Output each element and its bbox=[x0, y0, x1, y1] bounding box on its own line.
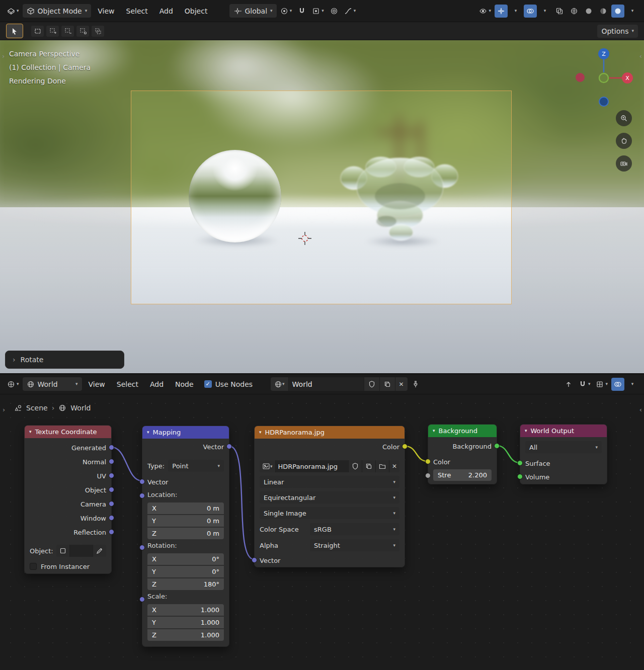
gizmo-y-ball[interactable] bbox=[599, 73, 608, 82]
gizmo-neg-z-ball[interactable] bbox=[599, 97, 608, 106]
camera-view-button[interactable] bbox=[616, 155, 632, 172]
node-background[interactable]: ▾ Background Background Color Stre 2.200 bbox=[428, 424, 497, 484]
eyedropper-button[interactable] bbox=[93, 545, 106, 557]
socket-out-normal[interactable] bbox=[109, 459, 114, 464]
menu-select[interactable]: Select bbox=[121, 5, 153, 18]
world-browse-button[interactable]: ▾ bbox=[271, 377, 289, 391]
glass-monkey-object[interactable] bbox=[327, 146, 468, 267]
node-overlays-dropdown[interactable]: ▾ bbox=[626, 378, 639, 391]
node-menu-view[interactable]: View bbox=[84, 378, 110, 391]
new-copy-button[interactable] bbox=[380, 377, 395, 391]
socket-in-color[interactable] bbox=[425, 459, 431, 464]
menu-object[interactable]: Object bbox=[180, 5, 213, 18]
collapse-chevron-icon[interactable]: ▾ bbox=[147, 430, 149, 435]
socket-out-uv[interactable] bbox=[109, 473, 114, 478]
from-instancer-checkbox[interactable] bbox=[30, 563, 37, 570]
socket-out-color[interactable] bbox=[402, 444, 408, 449]
frame-parent-button[interactable] bbox=[562, 378, 575, 391]
proportional-falloff-button[interactable]: ▾ bbox=[342, 5, 358, 18]
snap-toggle-button[interactable] bbox=[295, 5, 308, 18]
node-menu-node[interactable]: Node bbox=[170, 378, 199, 391]
link-mapping-to-texture[interactable] bbox=[229, 446, 254, 559]
gizmos-toggle-button[interactable] bbox=[495, 5, 508, 18]
node-overlays-toggle[interactable] bbox=[611, 378, 624, 391]
location-z-slider[interactable]: Z0 m bbox=[147, 528, 224, 539]
collapse-chevron-icon[interactable]: ▾ bbox=[525, 429, 527, 433]
proportional-editing-button[interactable] bbox=[328, 5, 341, 18]
shading-dropdown[interactable]: ▾ bbox=[626, 5, 639, 18]
node-editor[interactable]: › ‹ Scene › World ▾ Texture Coordinate G… bbox=[0, 395, 644, 670]
use-nodes-checkbox[interactable]: ✓ bbox=[204, 380, 212, 388]
location-y-slider[interactable]: Y0 m bbox=[147, 515, 224, 527]
from-instancer-row[interactable]: From Instancer bbox=[25, 560, 111, 573]
interpolation-dropdown[interactable]: Linear▾ bbox=[260, 476, 399, 488]
rotation-z-slider[interactable]: Z180° bbox=[147, 578, 224, 590]
socket-in-location[interactable] bbox=[139, 493, 145, 498]
options-dropdown[interactable]: Options ▾ bbox=[597, 25, 638, 38]
node-header[interactable]: ▾ World Output bbox=[520, 425, 607, 437]
region-toggle-right[interactable]: ‹ bbox=[639, 52, 642, 60]
socket-out-reflection[interactable] bbox=[109, 529, 114, 535]
strength-slider[interactable]: Stre 2.200 bbox=[433, 469, 492, 481]
image-copy-button[interactable] bbox=[362, 460, 376, 472]
node-header[interactable]: ▾ Background bbox=[428, 425, 497, 437]
source-dropdown[interactable]: Single Image▾ bbox=[260, 507, 399, 519]
navigation-gizmo[interactable]: Z X bbox=[569, 40, 644, 111]
projection-dropdown[interactable]: Equirectangular▾ bbox=[260, 491, 399, 504]
editor-type-button[interactable]: ▾ bbox=[5, 5, 21, 18]
socket-in-vector[interactable] bbox=[252, 557, 257, 563]
visibility-dropdown-button[interactable]: ▾ bbox=[477, 5, 493, 18]
node-mapping[interactable]: ▾ Mapping Vector Type: Point ▾ Vector Lo… bbox=[142, 426, 229, 647]
mode-dropdown[interactable]: Object Mode ▾ bbox=[23, 4, 92, 18]
select-mode-extend-button[interactable] bbox=[46, 26, 59, 37]
pin-button[interactable] bbox=[409, 378, 422, 391]
socket-out-background[interactable] bbox=[494, 443, 500, 449]
pivot-point-button[interactable]: ▾ bbox=[278, 5, 294, 18]
active-tool-button[interactable] bbox=[6, 24, 23, 38]
link-color-to-background[interactable] bbox=[405, 446, 428, 461]
fake-user-button[interactable] bbox=[364, 377, 380, 391]
image-browse-button[interactable]: ▾ bbox=[260, 460, 276, 472]
region-toggle-left[interactable]: › bbox=[2, 52, 5, 60]
select-mode-set-button[interactable] bbox=[31, 26, 44, 37]
pan-button[interactable] bbox=[616, 133, 632, 149]
shader-editor-type-button[interactable]: ▾ bbox=[5, 378, 21, 391]
scale-y-slider[interactable]: Y1.000 bbox=[147, 617, 224, 628]
rotation-x-slider[interactable]: X0° bbox=[147, 553, 224, 565]
node-environment-texture[interactable]: ▾ HDRPanorama.jpg Color ▾ HDRPanorama.jp… bbox=[254, 426, 405, 567]
socket-out-object[interactable] bbox=[109, 487, 114, 492]
node-header[interactable]: ▾ Mapping bbox=[142, 426, 229, 439]
image-name-field[interactable]: HDRPanorama.jpg bbox=[276, 460, 349, 472]
mapping-type-dropdown[interactable]: Point ▾ bbox=[168, 460, 224, 472]
socket-out-vector[interactable] bbox=[226, 444, 232, 449]
socket-in-surface[interactable] bbox=[517, 460, 523, 466]
output-target-dropdown[interactable]: All▾ bbox=[525, 441, 602, 453]
menu-add[interactable]: Add bbox=[154, 5, 178, 18]
node-menu-select[interactable]: Select bbox=[112, 378, 143, 391]
unlink-button[interactable]: ✕ bbox=[395, 377, 408, 391]
node-texture-coordinate[interactable]: ▾ Texture Coordinate Generated Normal UV… bbox=[24, 425, 112, 574]
shading-wireframe-button[interactable] bbox=[568, 5, 581, 18]
scale-z-slider[interactable]: Z1.000 bbox=[147, 629, 224, 641]
node-menu-add[interactable]: Add bbox=[145, 378, 169, 391]
node-header[interactable]: ▾ Texture Coordinate bbox=[25, 426, 111, 438]
xray-toggle-button[interactable] bbox=[553, 5, 566, 18]
chrome-sphere-object[interactable] bbox=[189, 150, 281, 242]
link-background-to-output[interactable] bbox=[497, 446, 520, 463]
color-space-dropdown[interactable]: sRGB▾ bbox=[310, 523, 399, 535]
object-icon[interactable] bbox=[56, 545, 70, 557]
operator-panel-rotate[interactable]: › Rotate bbox=[5, 351, 124, 369]
gizmos-dropdown[interactable]: ▾ bbox=[509, 5, 522, 18]
image-unlink-button[interactable]: ✕ bbox=[389, 460, 399, 472]
socket-in-strength[interactable] bbox=[425, 473, 431, 478]
node-world-output[interactable]: ▾ World Output All▾ Surface Volume bbox=[520, 424, 607, 484]
object-picker-field[interactable] bbox=[56, 545, 106, 557]
select-mode-intersect-button[interactable] bbox=[92, 26, 104, 37]
overlays-dropdown[interactable]: ▾ bbox=[538, 5, 551, 18]
viewport-3d[interactable]: Camera Perspective (1) Collection | Came… bbox=[0, 40, 644, 373]
alpha-dropdown[interactable]: Straight▾ bbox=[310, 539, 399, 551]
collapse-chevron-icon[interactable]: ▾ bbox=[29, 430, 32, 434]
shading-rendered-button[interactable] bbox=[611, 5, 624, 18]
node-snap-toggle[interactable]: ▾ bbox=[577, 378, 593, 391]
collapse-chevron-icon[interactable]: ▾ bbox=[259, 430, 262, 435]
